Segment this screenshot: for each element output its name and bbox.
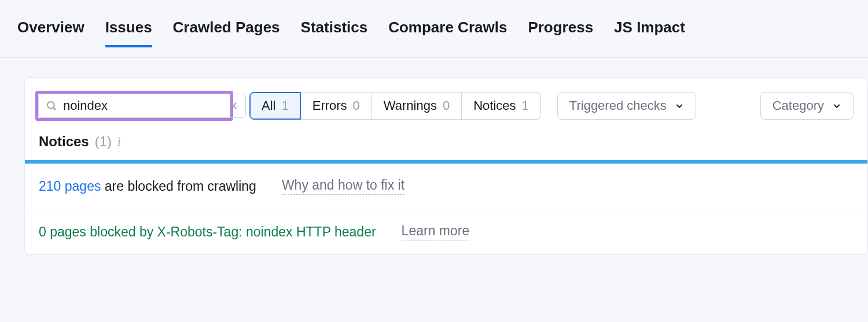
tab-issues[interactable]: Issues <box>105 18 152 47</box>
triggered-checks-label: Triggered checks <box>569 98 667 113</box>
filter-notices-label: Notices <box>473 98 516 113</box>
search-input[interactable] <box>63 98 222 113</box>
issue-type-filter: All 1 Errors 0 Warnings 0 Notices 1 <box>249 92 541 120</box>
tab-js-impact[interactable]: JS Impact <box>614 18 685 47</box>
filter-all-label: All <box>262 98 275 113</box>
clear-icon[interactable] <box>228 101 238 111</box>
notice-row: 0 pages blocked by X-Robots-Tag: noindex… <box>25 209 867 254</box>
filter-warnings-label: Warnings <box>384 98 437 113</box>
notice-text: 210 pages are blocked from crawling <box>39 179 256 194</box>
search-highlight <box>35 91 233 121</box>
filter-notices-count: 1 <box>522 98 529 113</box>
issues-panel: All 1 Errors 0 Warnings 0 Notices 1 Trig… <box>24 77 868 255</box>
tab-progress[interactable]: Progress <box>528 18 593 47</box>
tab-overview[interactable]: Overview <box>17 18 84 47</box>
notice-row: 210 pages are blocked from crawling Why … <box>25 164 867 209</box>
chevron-down-icon <box>832 101 841 110</box>
chevron-down-icon <box>675 101 684 110</box>
info-icon[interactable]: i <box>117 135 121 149</box>
svg-point-0 <box>47 102 54 109</box>
triggered-checks-dropdown[interactable]: Triggered checks <box>557 92 696 120</box>
filter-errors[interactable]: Errors 0 <box>301 92 372 120</box>
tab-compare-crawls[interactable]: Compare Crawls <box>388 18 507 47</box>
why-fix-link[interactable]: Why and how to fix it <box>282 177 404 195</box>
search-icon <box>46 100 57 112</box>
notice-text: 0 pages blocked by X-Robots-Tag: noindex… <box>39 224 376 240</box>
filter-warnings-count: 0 <box>443 98 450 113</box>
filter-errors-label: Errors <box>312 98 347 113</box>
filter-notices[interactable]: Notices 1 <box>462 92 541 120</box>
category-dropdown[interactable]: Category <box>760 92 854 120</box>
filter-all-count: 1 <box>281 98 288 113</box>
filter-row: All 1 Errors 0 Warnings 0 Notices 1 Trig… <box>25 78 867 134</box>
svg-line-1 <box>53 108 56 110</box>
search-field[interactable] <box>38 94 246 118</box>
top-tabs: Overview Issues Crawled Pages Statistics… <box>0 0 868 58</box>
learn-more-link[interactable]: Learn more <box>402 223 470 240</box>
notices-count: (1) <box>95 134 112 150</box>
pages-count-link[interactable]: 210 pages <box>39 179 101 194</box>
notice-rest: are blocked from crawling <box>101 179 256 194</box>
notices-title: Notices <box>39 134 89 150</box>
category-label: Category <box>773 98 824 113</box>
tab-statistics[interactable]: Statistics <box>301 18 368 47</box>
notices-section-header: Notices (1) i <box>25 134 867 160</box>
filter-errors-count: 0 <box>353 98 360 113</box>
filter-all[interactable]: All 1 <box>249 92 301 120</box>
filter-warnings[interactable]: Warnings 0 <box>372 92 462 120</box>
tab-crawled-pages[interactable]: Crawled Pages <box>173 18 280 47</box>
